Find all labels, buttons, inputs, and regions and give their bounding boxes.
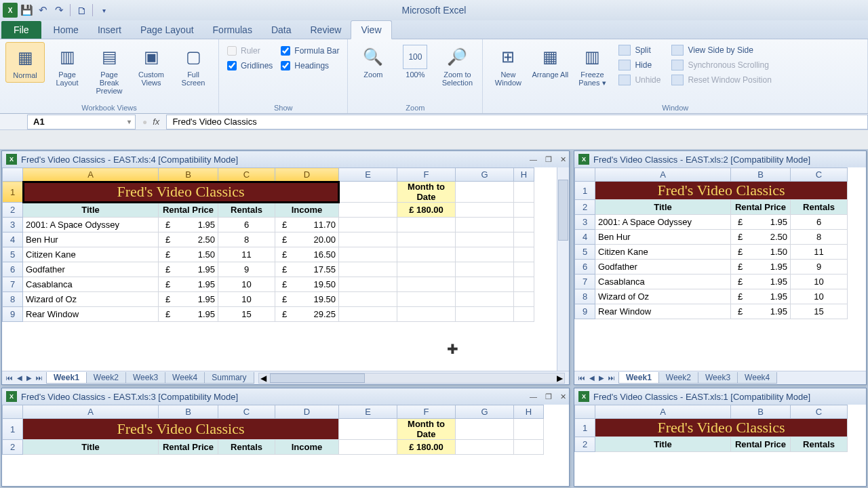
horizontal-scrollbar[interactable]: ◀▶ [258,373,565,384]
title-cell[interactable]: Fred's Video Classics [23,182,339,203]
header-price[interactable]: Rental Price [731,437,791,452]
cell-price[interactable]: £1.95 [731,260,791,274]
cell-title[interactable]: 2001: A Space Odyssey [595,215,731,230]
save-button[interactable]: 💾 [19,3,34,18]
custom-views-button[interactable]: ▣Custom Views [132,42,171,89]
cell-title[interactable]: Casablanca [23,277,159,292]
row-header[interactable]: 9 [575,304,595,319]
header-price[interactable]: Rental Price [159,203,218,218]
row-header[interactable]: 2 [575,200,595,215]
col-header-a[interactable]: A [23,405,159,419]
header-title[interactable]: Title [23,203,159,218]
cell[interactable] [514,262,534,277]
tab-insert[interactable]: Insert [88,21,131,39]
cell[interactable] [397,232,456,247]
cell[interactable] [456,277,514,292]
undo-button[interactable]: ↶ [35,3,50,18]
grid[interactable]: A B C D E F G H 1 Fred's Video Classics … [2,405,569,486]
row-header[interactable]: 2 [3,440,23,455]
restore-icon[interactable]: ❐ [545,155,552,164]
cell-price[interactable]: £1.50 [159,247,218,262]
row-header[interactable]: 3 [575,215,595,230]
cell[interactable] [339,232,397,247]
col-header-e[interactable]: E [339,405,397,419]
cell[interactable] [339,277,397,292]
zoom-100-button[interactable]: 100100% [395,42,435,81]
header-rentals[interactable]: Rentals [791,200,848,215]
header-price[interactable]: Rental Price [731,200,791,215]
view-side-by-side-button[interactable]: View Side by Side [670,43,772,57]
header-title[interactable]: Title [595,437,731,452]
formula-input[interactable]: Fred's Video Classics [166,115,868,129]
row-header[interactable]: 6 [575,260,595,274]
cell-title[interactable]: Ben Hur [595,230,731,245]
header-rentals[interactable]: Rentals [218,440,275,455]
cell[interactable] [339,247,397,262]
col-header-d[interactable]: D [275,168,339,182]
cell-price[interactable]: £1.95 [731,274,791,289]
qat-customize-icon[interactable]: ▾ [96,3,111,18]
select-all-corner[interactable] [3,405,23,419]
cell[interactable] [339,440,397,455]
col-header-d[interactable]: D [275,405,339,419]
grid[interactable]: A B C 1 Fred's Video Classics 2 Title Re… [574,167,866,371]
header-rentals[interactable]: Rentals [218,203,275,218]
col-header-h[interactable]: H [514,168,534,182]
row-header[interactable]: 1 [3,419,23,440]
new-button[interactable]: 🗋 [74,3,89,18]
window-titlebar[interactable]: X Fred's Video Classics - EAST.xls:2 [Co… [574,151,866,167]
cell-title[interactable]: Casablanca [595,274,731,289]
cell[interactable] [339,203,397,218]
tab-view[interactable]: View [351,20,391,39]
cell-income[interactable]: £16.50 [275,247,339,262]
cell-price[interactable]: £1.95 [159,262,218,277]
restore-icon[interactable]: ❐ [545,392,552,401]
row-header[interactable]: 1 [575,182,595,200]
row-header[interactable]: 1 [3,182,23,203]
row-header[interactable]: 3 [3,218,23,232]
cell-rentals[interactable]: 8 [791,230,848,245]
cell[interactable] [456,307,514,322]
cell-rentals[interactable]: 11 [218,247,275,262]
col-header-e[interactable]: E [339,168,397,182]
cell-rentals[interactable]: 8 [218,232,275,247]
month-label-cell[interactable]: Month to Date [397,419,456,440]
name-box[interactable]: A1 [27,115,136,129]
cell[interactable] [456,218,514,232]
redo-button[interactable]: ↷ [52,3,66,18]
cell-rentals[interactable]: 10 [218,277,275,292]
cell-price[interactable]: £1.95 [159,218,218,232]
tab-data[interactable]: Data [262,21,301,39]
cell[interactable] [514,440,544,455]
header-income[interactable]: Income [275,203,339,218]
formula-bar-checkbox[interactable]: Formula Bar [281,46,339,56]
col-header-c[interactable]: C [791,168,848,182]
tab-home[interactable]: Home [44,21,88,39]
cell[interactable] [514,277,534,292]
row-header[interactable]: 8 [575,289,595,304]
cell-income[interactable]: £17.55 [275,262,339,277]
minimize-icon[interactable]: — [530,155,537,164]
cell[interactable] [339,307,397,322]
cell[interactable] [514,203,534,218]
month-value-cell[interactable]: £ 180.00 [397,440,456,455]
normal-view-button[interactable]: ▦Normal [5,42,45,83]
title-cell[interactable]: Fred's Video Classics [595,419,848,437]
row-header[interactable]: 4 [3,232,23,247]
cell[interactable] [514,247,534,262]
grid[interactable]: A B C D E F G H 1 Fred's Video Classics … [2,167,557,371]
zoom-to-selection-button[interactable]: 🔎Zoom to Selection [437,42,477,89]
cell[interactable] [456,247,514,262]
cell[interactable] [397,218,456,232]
col-header-g[interactable]: G [456,168,514,182]
cell[interactable] [339,292,397,307]
cell[interactable] [397,307,456,322]
excel-icon[interactable]: X [3,3,18,18]
new-window-button[interactable]: ⊞New Window [488,42,528,89]
month-value-cell[interactable]: £ 180.00 [397,203,456,218]
cell-rentals[interactable]: 9 [791,260,848,274]
cell[interactable] [456,232,514,247]
col-header-b[interactable]: B [159,168,218,182]
vertical-scrollbar[interactable] [557,167,569,371]
window-titlebar[interactable]: X Fred's Video Classics - EAST.xls:1 [Co… [574,388,866,405]
